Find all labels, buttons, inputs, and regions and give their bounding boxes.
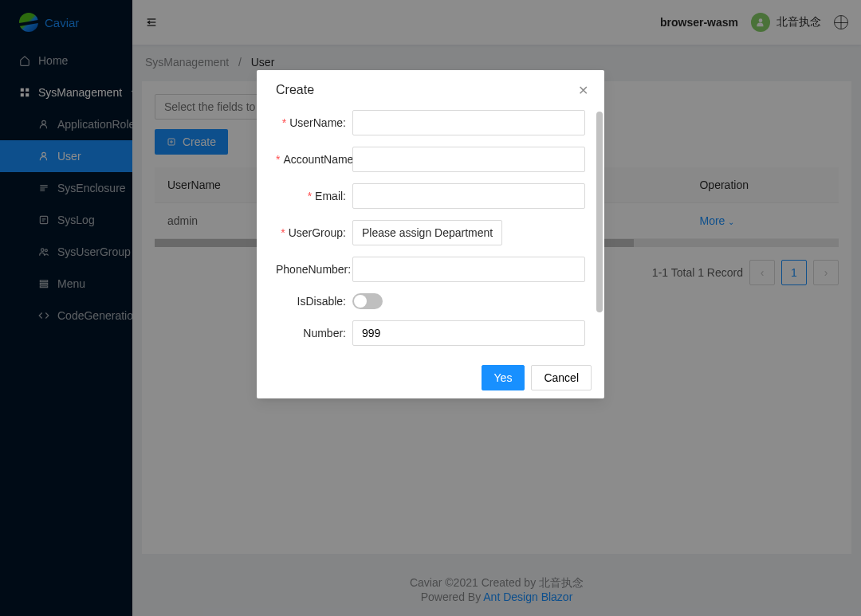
label-isdisable: IsDisable: (276, 295, 352, 308)
select-usergroup[interactable]: Please assign Department (352, 220, 502, 245)
input-username[interactable] (352, 110, 585, 135)
modal-scrollbar[interactable] (596, 112, 603, 355)
label-phonenumber: PhoneNumber: (276, 263, 352, 276)
modal-ok-button[interactable]: Yes (482, 365, 525, 390)
modal-cancel-button[interactable]: Cancel (531, 365, 592, 390)
input-accountname[interactable] (352, 147, 585, 172)
label-usergroup: *UserGroup: (276, 226, 352, 239)
label-username: *UserName: (276, 116, 352, 129)
label-email: *Email: (276, 190, 352, 202)
create-modal: Create ✕ *UserName: *AccountName: *Email… (257, 70, 604, 398)
label-number: Number: (276, 327, 352, 339)
input-email[interactable] (352, 183, 585, 209)
modal-title: Create (276, 83, 585, 97)
input-phonenumber[interactable] (352, 257, 585, 282)
close-icon[interactable]: ✕ (578, 83, 588, 98)
switch-isdisable[interactable] (352, 293, 383, 309)
input-number[interactable] (352, 320, 585, 346)
label-accountname: *AccountName: (276, 153, 352, 166)
